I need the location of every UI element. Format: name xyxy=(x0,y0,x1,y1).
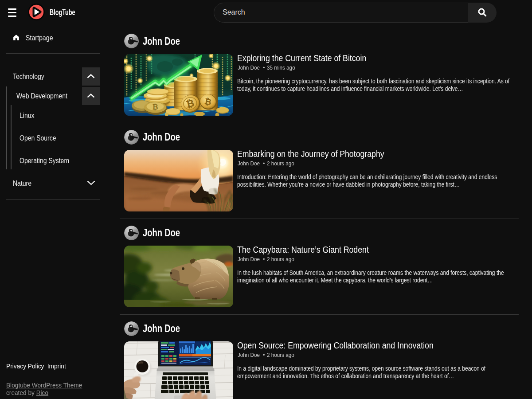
svg-text:₿: ₿ xyxy=(152,103,158,111)
